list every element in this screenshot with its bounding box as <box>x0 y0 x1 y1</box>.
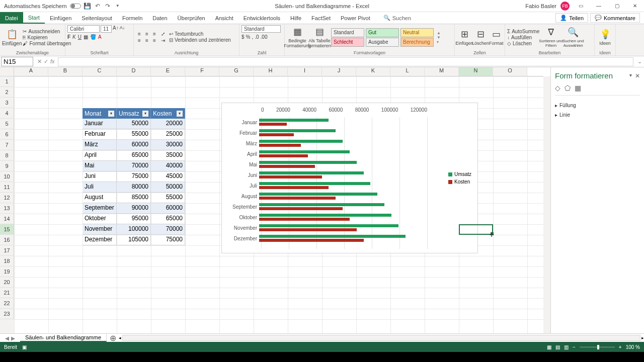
fill-section[interactable]: ▸Füllung <box>555 101 640 110</box>
row-header[interactable]: 3 <box>0 98 14 108</box>
styles-scroll-up-icon[interactable]: ▲ <box>437 31 441 35</box>
column-header[interactable]: O <box>493 67 527 76</box>
macro-record-icon[interactable]: ▣ <box>22 344 27 350</box>
tab-start[interactable]: Start <box>23 12 45 24</box>
column-header[interactable]: D <box>117 67 151 76</box>
bar-kosten[interactable] <box>259 123 287 126</box>
bar-umsatz[interactable] <box>259 140 343 143</box>
bar-kosten[interactable] <box>259 165 315 168</box>
table-row[interactable]: Juli8000050000 <box>83 182 185 193</box>
bar-kosten[interactable] <box>259 239 364 242</box>
zoom-out-icon[interactable]: − <box>573 344 576 350</box>
alignment-grid[interactable]: ≡≡≡ ≡≡≡ <box>136 31 158 43</box>
align-middle-icon[interactable]: ≡ <box>143 31 150 37</box>
row-header[interactable]: 18 <box>0 256 14 266</box>
row-header[interactable]: 9 <box>0 161 14 171</box>
bar-kosten[interactable] <box>259 154 308 157</box>
row-header[interactable]: 17 <box>0 245 14 256</box>
hscroll-left-icon[interactable]: ◂ <box>119 335 121 340</box>
bold-button[interactable]: F <box>67 34 70 40</box>
currency-icon[interactable]: $ <box>242 34 245 40</box>
autosave-toggle[interactable] <box>70 4 81 9</box>
bar-kosten[interactable] <box>259 133 294 136</box>
decrease-decimal-icon[interactable]: .00 <box>261 34 268 40</box>
find-select-button[interactable]: 🔍Suchen und Auswählen <box>562 25 584 49</box>
column-header[interactable]: M <box>425 67 459 76</box>
merge-center-button[interactable]: ⊟Verbinden und zentrieren <box>169 37 231 43</box>
paste-button[interactable]: 📋Einfügen <box>2 25 22 49</box>
expand-formula-bar-icon[interactable]: ⌄ <box>635 58 644 65</box>
increase-decimal-icon[interactable]: .0 <box>255 34 259 40</box>
sheet-tab[interactable]: Säulen- und Balkendiagramme <box>20 334 107 342</box>
number-format-combo[interactable]: Standard <box>242 25 281 33</box>
bar-kosten[interactable] <box>259 197 336 200</box>
bar-kosten[interactable] <box>259 144 301 147</box>
tab-seitenlayout[interactable]: Seitenlayout <box>76 12 117 24</box>
fx-icon[interactable]: fx <box>50 58 55 65</box>
fill-button[interactable]: ↓Ausfüllen <box>507 35 539 40</box>
row-header[interactable]: 21 <box>0 288 14 298</box>
bar-umsatz[interactable] <box>259 150 350 153</box>
column-header[interactable]: A <box>14 67 48 76</box>
close-pane-icon[interactable]: ✕ <box>635 72 640 79</box>
align-right-icon[interactable]: ≡ <box>151 37 158 43</box>
row-header[interactable]: 13 <box>0 203 14 214</box>
styles-more-icon[interactable]: ▾ <box>437 40 441 44</box>
indent-icon[interactable]: ⇥ <box>161 38 165 43</box>
add-sheet-button[interactable]: ⊕ <box>107 334 119 342</box>
row-header[interactable]: 4 <box>0 108 14 119</box>
row-header[interactable]: 1 <box>0 76 14 87</box>
row-header[interactable]: 7 <box>0 140 14 150</box>
worksheet-area[interactable]: ABCDEFGHIJKLMNO 123456789101112131415161… <box>0 67 550 333</box>
decrease-font-icon[interactable]: A↓ <box>120 25 125 33</box>
hscroll-right-icon[interactable]: ▸ <box>641 335 644 340</box>
tab-factset[interactable]: FactSet <box>306 12 336 24</box>
tell-me-search[interactable]: 🔍 Suchen <box>383 15 411 21</box>
wrap-text-button[interactable]: ↩Textumbruch <box>169 31 231 37</box>
row-header[interactable]: 5 <box>0 119 14 129</box>
effects-tab-icon[interactable]: ⬠ <box>565 84 571 92</box>
page-layout-view-icon[interactable]: ▤ <box>555 344 560 350</box>
row-header[interactable]: 6 <box>0 129 14 140</box>
cancel-formula-icon[interactable]: ✕ <box>37 58 42 65</box>
prev-sheet-icon[interactable]: ◂ <box>5 333 9 343</box>
filter-dropdown-icon[interactable]: ▾ <box>177 111 183 117</box>
ribbon-options-icon[interactable]: ▭ <box>574 1 588 11</box>
table-row[interactable]: April6500035000 <box>83 150 185 161</box>
format-cells-button[interactable]: ▭Format <box>489 25 504 49</box>
copy-button[interactable]: ⎘Kopieren <box>23 35 71 40</box>
table-header-kosten[interactable]: Kosten▾ <box>151 108 185 119</box>
select-all-corner[interactable] <box>0 67 14 76</box>
increase-font-icon[interactable]: A↑ <box>113 25 119 33</box>
column-header[interactable]: L <box>390 67 425 76</box>
tab-überprüfen[interactable]: Überprüfen <box>173 12 210 24</box>
bar-kosten[interactable] <box>259 228 357 231</box>
fill-color-icon[interactable]: 🪣 <box>90 34 96 40</box>
bar-umsatz[interactable] <box>259 214 391 217</box>
name-box[interactable] <box>1 57 33 66</box>
enter-formula-icon[interactable]: ✓ <box>44 58 48 65</box>
table-row[interactable]: August8500055000 <box>83 193 185 203</box>
row-header[interactable]: 19 <box>0 266 14 277</box>
bar-umsatz[interactable] <box>259 119 329 122</box>
column-header[interactable]: H <box>254 67 288 76</box>
bar-umsatz[interactable] <box>259 171 364 174</box>
table-row[interactable]: September9000060000 <box>83 203 185 214</box>
row-header[interactable]: 23 <box>0 309 14 319</box>
bar-kosten[interactable] <box>259 207 343 210</box>
bar-umsatz[interactable] <box>259 224 398 227</box>
row-header[interactable]: 14 <box>0 214 14 224</box>
zoom-level[interactable]: 100 % <box>626 344 640 350</box>
maximize-icon[interactable]: ▢ <box>610 1 624 11</box>
row-header[interactable]: 16 <box>0 235 14 245</box>
italic-button[interactable]: K <box>72 34 76 40</box>
cell-style-ausgabe[interactable]: Ausgabe <box>366 38 399 47</box>
vertical-scrollbar[interactable] <box>543 76 550 333</box>
column-header[interactable]: K <box>356 67 390 76</box>
row-header[interactable]: 20 <box>0 277 14 288</box>
border-icon[interactable]: ▦ <box>84 34 88 40</box>
tab-file[interactable]: Datei <box>0 12 23 24</box>
underline-button[interactable]: U <box>78 34 82 40</box>
font-size-combo[interactable]: 11 <box>101 25 112 33</box>
qat-dropdown-icon[interactable]: ▼ <box>114 3 121 10</box>
